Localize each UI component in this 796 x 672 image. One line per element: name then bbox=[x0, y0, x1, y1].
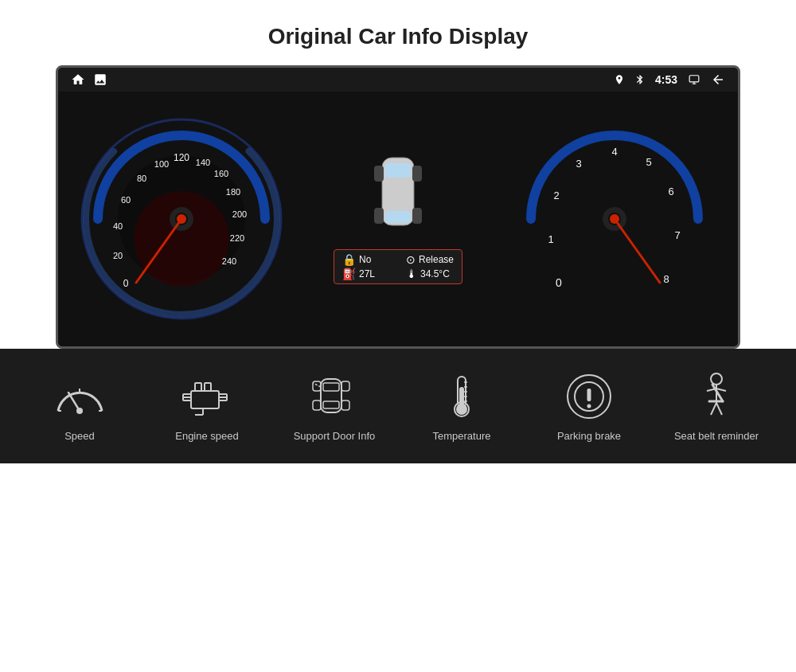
back-icon bbox=[711, 72, 725, 87]
svg-point-24 bbox=[177, 214, 186, 224]
svg-text:180: 180 bbox=[226, 187, 240, 197]
features-bar: Speed Engine speed bbox=[0, 349, 796, 463]
svg-text:4: 4 bbox=[611, 146, 617, 158]
location-icon bbox=[614, 74, 625, 85]
svg-rect-66 bbox=[341, 381, 349, 391]
engine-icon bbox=[179, 373, 235, 420]
svg-text:60: 60 bbox=[121, 195, 131, 205]
svg-point-7 bbox=[134, 191, 229, 287]
svg-point-80 bbox=[587, 404, 591, 408]
svg-text:2: 2 bbox=[553, 189, 559, 201]
svg-text:220: 220 bbox=[230, 233, 244, 243]
seatbelt-reminder-label: Seat belt reminder bbox=[674, 430, 759, 443]
svg-point-47 bbox=[610, 214, 619, 224]
svg-rect-56 bbox=[195, 383, 201, 391]
svg-text:100: 100 bbox=[154, 159, 169, 169]
svg-rect-53 bbox=[191, 391, 219, 408]
feature-seatbelt: Seat belt reminder bbox=[665, 373, 768, 443]
svg-text:160: 160 bbox=[214, 169, 228, 178]
svg-rect-81 bbox=[587, 389, 591, 401]
svg-text:40: 40 bbox=[113, 221, 123, 231]
feature-door-info: Support Door Info bbox=[283, 373, 386, 443]
svg-rect-31 bbox=[412, 166, 422, 182]
svg-rect-62 bbox=[321, 379, 341, 412]
car-top-view-icon bbox=[366, 154, 430, 241]
parking-brake-label: Parking brake bbox=[557, 430, 621, 443]
door-info-label: Support Door Info bbox=[294, 430, 376, 443]
svg-text:3: 3 bbox=[576, 158, 581, 170]
svg-text:20: 20 bbox=[113, 251, 123, 260]
svg-point-72 bbox=[456, 404, 467, 415]
svg-line-48 bbox=[68, 393, 80, 411]
fuel-info: ⛽ 27L bbox=[342, 268, 390, 280]
svg-rect-63 bbox=[323, 383, 339, 391]
svg-rect-67 bbox=[313, 400, 321, 410]
seatbelt-info: 🔒 No bbox=[342, 253, 390, 266]
bluetooth-icon bbox=[634, 74, 646, 85]
svg-text:140: 140 bbox=[196, 158, 210, 167]
image-icon bbox=[93, 72, 107, 87]
feature-temperature: Temperature bbox=[410, 373, 513, 443]
parking-brake-info: ⊙ Release bbox=[406, 253, 454, 266]
svg-text:240: 240 bbox=[222, 256, 236, 266]
temp-info: 🌡 34.5°C bbox=[406, 268, 454, 280]
svg-point-82 bbox=[711, 373, 722, 385]
svg-text:0: 0 bbox=[556, 276, 562, 289]
svg-rect-57 bbox=[205, 383, 211, 391]
speed-label: Speed bbox=[64, 430, 95, 443]
temperature-label: Temperature bbox=[433, 430, 491, 443]
svg-rect-30 bbox=[374, 166, 384, 182]
svg-point-49 bbox=[76, 408, 83, 414]
svg-rect-32 bbox=[374, 208, 384, 224]
svg-text:1: 1 bbox=[548, 233, 553, 245]
svg-rect-26 bbox=[385, 163, 411, 178]
screen-icon bbox=[687, 74, 701, 85]
svg-text:5: 5 bbox=[646, 156, 651, 168]
svg-rect-27 bbox=[385, 211, 411, 223]
door-info-icon bbox=[306, 373, 362, 420]
status-bar-left bbox=[71, 72, 107, 87]
page-title: Original Car Info Display bbox=[268, 24, 529, 49]
svg-rect-68 bbox=[341, 400, 349, 410]
home-icon bbox=[71, 72, 85, 87]
seatbelt-icon bbox=[689, 373, 744, 420]
svg-text:0: 0 bbox=[123, 278, 129, 289]
svg-text:6: 6 bbox=[668, 186, 673, 197]
status-bar-right: 4:53 bbox=[614, 72, 725, 87]
feature-engine-speed: Engine speed bbox=[155, 373, 259, 443]
svg-text:7: 7 bbox=[674, 229, 680, 241]
info-panel: 🔒 No ⊙ Release ⛽ 27L 🌡 34.5°C bbox=[334, 249, 462, 284]
parking-brake-icon bbox=[561, 373, 617, 420]
svg-text:80: 80 bbox=[137, 174, 146, 183]
svg-text:8: 8 bbox=[663, 273, 669, 285]
gauge-area: 0 20 40 60 80 100 120 140 160 180 200 22… bbox=[58, 92, 738, 346]
engine-speed-label: Engine speed bbox=[175, 430, 239, 443]
speedometer-gauge: 0 20 40 60 80 100 120 140 160 180 200 22… bbox=[74, 111, 289, 326]
feature-speed: Speed bbox=[28, 373, 131, 443]
svg-text:200: 200 bbox=[232, 209, 247, 219]
speed-icon bbox=[52, 373, 107, 420]
status-time: 4:53 bbox=[655, 73, 677, 86]
status-bar: 4:53 bbox=[58, 68, 738, 92]
svg-rect-33 bbox=[412, 208, 422, 224]
dashboard-display: 4:53 bbox=[56, 65, 740, 349]
svg-rect-64 bbox=[323, 401, 339, 408]
rpm-gauge: 0 1 2 3 4 5 6 7 8 bbox=[507, 111, 722, 326]
svg-text:120: 120 bbox=[174, 152, 189, 163]
thermometer-icon bbox=[434, 373, 490, 420]
feature-parking-brake: Parking brake bbox=[537, 373, 641, 443]
svg-rect-0 bbox=[689, 76, 699, 82]
center-info-panel: 🔒 No ⊙ Release ⛽ 27L 🌡 34.5°C bbox=[289, 154, 507, 284]
